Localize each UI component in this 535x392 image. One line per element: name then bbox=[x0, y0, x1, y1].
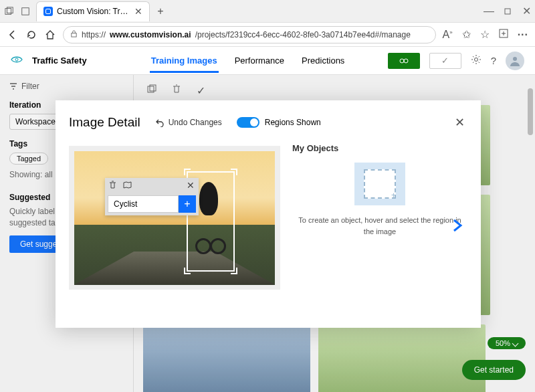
tab-close-button[interactable]: ✕ bbox=[134, 6, 142, 17]
collections-button-icon[interactable] bbox=[499, 29, 508, 41]
app-header: Traffic Safety Training Images Performan… bbox=[0, 47, 535, 75]
tag-input[interactable]: Cyclist bbox=[108, 195, 179, 213]
svg-rect-2 bbox=[22, 7, 29, 15]
svg-rect-3 bbox=[505, 9, 510, 14]
tag-delete-icon[interactable] bbox=[109, 179, 116, 191]
help-icon[interactable]: ? bbox=[491, 55, 496, 66]
home-button[interactable] bbox=[44, 29, 56, 41]
objects-panel: My Objects To create an object, hover an… bbox=[292, 140, 467, 314]
objects-hint: To create an object, hover and select th… bbox=[292, 215, 467, 237]
settings-gear-icon[interactable] bbox=[471, 54, 481, 67]
browser-addressbar: https://www.customvision.ai/projects/f23… bbox=[0, 23, 535, 47]
back-button[interactable] bbox=[7, 29, 19, 41]
svg-point-6 bbox=[15, 58, 18, 61]
browser-tab[interactable]: Custom Vision: Traffic Safety - Tr ✕ bbox=[36, 1, 150, 21]
favorites-star-settings-icon[interactable]: ✩ bbox=[462, 28, 471, 41]
user-avatar[interactable] bbox=[506, 52, 524, 70]
image-canvas[interactable]: ✕ Cyclist + bbox=[74, 151, 275, 285]
svg-point-8 bbox=[404, 59, 408, 63]
url-host: www.customvision.ai bbox=[110, 30, 191, 39]
url-path: /projects/f2319cc4-6ecc-4602-8fe0-3a0714… bbox=[195, 30, 411, 39]
window-close-button[interactable]: ✕ bbox=[522, 7, 531, 16]
modal-close-button[interactable]: ✕ bbox=[452, 112, 467, 132]
region-placeholder bbox=[354, 163, 405, 205]
svg-point-10 bbox=[513, 57, 517, 61]
image-canvas-wrap: ✕ Cyclist + bbox=[69, 146, 280, 290]
read-aloud-icon[interactable]: A» bbox=[443, 29, 453, 41]
undo-changes-button[interactable]: Undo Changes bbox=[155, 118, 222, 127]
browser-titlebar: Custom Vision: Traffic Safety - Tr ✕ + —… bbox=[0, 0, 535, 23]
toggle-switch-icon bbox=[237, 117, 259, 128]
new-tab-button[interactable]: + bbox=[155, 6, 166, 17]
next-image-button[interactable] bbox=[451, 217, 463, 237]
tag-map-icon[interactable] bbox=[123, 179, 132, 191]
image-detail-modal: Image Detail Undo Changes Regions Shown … bbox=[56, 100, 481, 328]
favorites-star-icon[interactable]: ☆ bbox=[480, 28, 490, 41]
svg-rect-4 bbox=[72, 33, 76, 37]
undo-icon bbox=[155, 118, 165, 127]
tab-predictions[interactable]: Predictions bbox=[300, 49, 346, 73]
window-maximize-button[interactable] bbox=[503, 7, 512, 16]
tab-title: Custom Vision: Traffic Safety - Tr bbox=[57, 7, 130, 16]
browser-menu-button[interactable]: ··· bbox=[518, 29, 528, 41]
url-input[interactable]: https://www.customvision.ai/projects/f23… bbox=[63, 26, 436, 43]
refresh-button[interactable] bbox=[25, 29, 37, 41]
lock-icon bbox=[70, 30, 78, 39]
svg-point-7 bbox=[400, 59, 404, 63]
tag-popover-close-button[interactable]: ✕ bbox=[187, 180, 195, 191]
quick-test-button[interactable]: ✓ bbox=[429, 53, 461, 69]
url-prefix: https:// bbox=[82, 30, 106, 39]
window-minimize-button[interactable]: — bbox=[484, 7, 494, 16]
modal-title: Image Detail bbox=[69, 115, 140, 130]
favicon-icon bbox=[43, 7, 53, 16]
tab-training-images[interactable]: Training Images bbox=[150, 49, 219, 73]
tag-add-button[interactable]: + bbox=[179, 195, 196, 213]
regions-toggle[interactable]: Regions Shown bbox=[237, 117, 321, 128]
tab-performance[interactable]: Performance bbox=[233, 49, 286, 73]
customvision-logo-icon bbox=[11, 56, 23, 66]
tab-actions-icon[interactable] bbox=[4, 6, 15, 17]
collections-icon[interactable] bbox=[20, 6, 31, 17]
project-name: Traffic Safety bbox=[32, 56, 87, 66]
train-button[interactable] bbox=[388, 53, 420, 69]
svg-point-9 bbox=[474, 58, 477, 62]
objects-panel-title: My Objects bbox=[292, 143, 467, 153]
tag-popover: ✕ Cyclist + bbox=[105, 178, 199, 215]
